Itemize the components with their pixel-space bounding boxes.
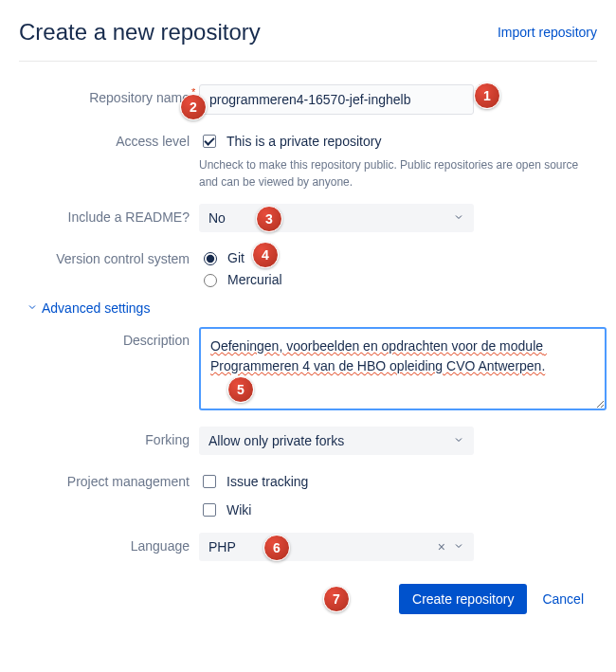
issue-tracking-label: Issue tracking: [226, 474, 308, 489]
vcs-label: Version control system: [19, 245, 199, 266]
page-title: Create a new repository: [19, 19, 261, 45]
vcs-mercurial-radio[interactable]: [204, 274, 217, 287]
repo-name-input[interactable]: [199, 84, 474, 115]
vcs-mercurial-label: Mercurial: [227, 272, 282, 287]
forking-label: Forking: [19, 427, 199, 447]
pm-label: Project management: [19, 468, 199, 489]
access-level-label: Access level: [19, 128, 199, 149]
readme-select[interactable]: No: [199, 204, 474, 232]
private-repo-checkbox[interactable]: [203, 135, 216, 148]
vcs-git-label: Git: [227, 250, 245, 265]
advanced-settings-toggle[interactable]: Advanced settings: [27, 300, 597, 316]
clear-icon[interactable]: ×: [438, 539, 445, 554]
wiki-checkbox[interactable]: [203, 503, 216, 517]
vcs-git-radio[interactable]: [204, 252, 217, 265]
issue-tracking-checkbox[interactable]: [203, 475, 216, 488]
cancel-button[interactable]: Cancel: [538, 584, 588, 614]
annotation-badge-1: 1: [474, 82, 500, 109]
import-repository-link[interactable]: Import repository: [498, 25, 597, 40]
forking-select[interactable]: Allow only private forks: [199, 427, 474, 455]
private-repo-checkbox-label: This is a private repository: [226, 134, 381, 149]
readme-label: Include a README?: [19, 204, 199, 225]
description-textarea[interactable]: [199, 327, 607, 410]
language-label: Language: [19, 533, 199, 554]
repo-name-label: Repository name: [19, 84, 199, 105]
wiki-label: Wiki: [226, 502, 251, 518]
chevron-down-icon: [27, 300, 38, 316]
language-select[interactable]: PHP: [199, 533, 474, 561]
access-helper-text: Uncheck to make this repository public. …: [199, 156, 597, 191]
create-repository-button[interactable]: Create repository: [399, 584, 527, 614]
description-label: Description: [19, 327, 199, 348]
annotation-badge-7: 7: [323, 586, 350, 612]
